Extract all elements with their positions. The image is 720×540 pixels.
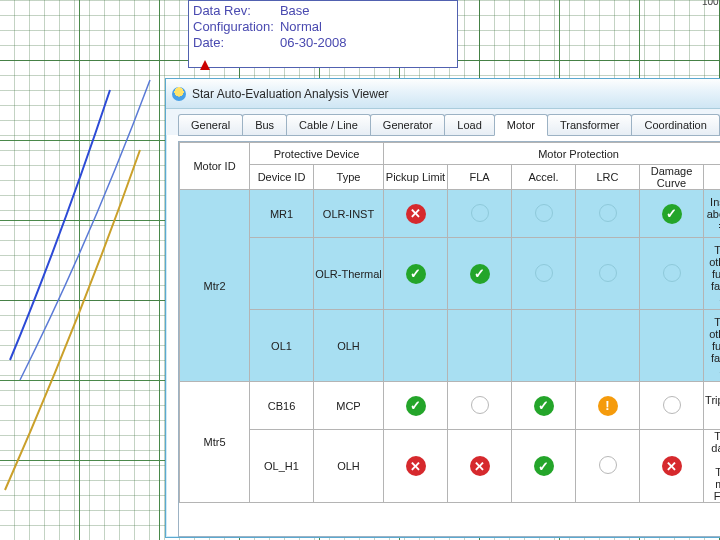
cell-motor-id: Mtr5	[180, 382, 250, 503]
tab-bus[interactable]: Bus	[242, 114, 287, 135]
cell-status	[448, 310, 512, 382]
colgroup-motor-protection[interactable]: Motor Protection	[384, 143, 721, 165]
tab-cable-line[interactable]: Cable / Line	[286, 114, 371, 135]
col-pickup[interactable]: Pickup Limit	[384, 165, 448, 190]
cell-condition: Trip curve the LRC c	[704, 382, 721, 430]
tab-coordination[interactable]: Coordination	[631, 114, 719, 135]
origin-arrow-icon	[200, 60, 210, 70]
table-row[interactable]: OL1OLHTrip curve other protec functions …	[180, 310, 721, 382]
cell-status	[576, 190, 640, 238]
colgroup-protective-device[interactable]: Protective Device	[250, 143, 384, 165]
cell-status	[512, 238, 576, 310]
cell-status: ✓	[640, 190, 704, 238]
titlebar[interactable]: Star Auto-Evaluation Analysis Viewer	[166, 79, 720, 109]
status-empty-icon	[599, 264, 617, 282]
cell-status: ✕	[384, 430, 448, 503]
cell-condition: Trip curve other protec functions o faul…	[704, 310, 721, 382]
status-empty-icon	[599, 456, 617, 474]
col-type[interactable]: Type	[314, 165, 384, 190]
cell-status	[640, 238, 704, 310]
col-condition[interactable]: Co	[704, 165, 721, 190]
cell-status	[576, 238, 640, 310]
status-empty-icon	[663, 396, 681, 414]
cell-type: OLR-Thermal	[314, 238, 384, 310]
cell-condition: Trip curve other protec functions o faul…	[704, 238, 721, 310]
tab-transformer[interactable]: Transformer	[547, 114, 633, 135]
status-empty-icon	[471, 396, 489, 414]
cell-status: ✕	[448, 430, 512, 503]
tab-general[interactable]: General	[178, 114, 243, 135]
status-ok-icon: ✓	[470, 264, 490, 284]
cell-status	[512, 310, 576, 382]
cell-status: ✓	[512, 382, 576, 430]
tab-bar: GeneralBusCable / LineGeneratorLoadMotor…	[166, 109, 720, 135]
cell-status: ✓	[448, 238, 512, 310]
col-damage[interactable]: Damage Curve	[640, 165, 704, 190]
status-bad-icon: ✕	[406, 204, 426, 224]
cell-device-id: OL_H1	[250, 430, 314, 503]
cell-type: OLH	[314, 430, 384, 503]
tab-motor[interactable]: Motor	[494, 114, 548, 136]
cell-type: OLR-INST	[314, 190, 384, 238]
status-bad-icon: ✕	[662, 456, 682, 476]
status-ok-icon: ✓	[534, 456, 554, 476]
legend-config-label: Configuration:	[193, 19, 280, 35]
tab-load[interactable]: Load	[444, 114, 494, 135]
status-ok-icon: ✓	[662, 204, 682, 224]
cell-status: ✓	[384, 382, 448, 430]
cell-status	[640, 382, 704, 430]
status-bad-icon: ✕	[470, 456, 490, 476]
axis-tick-100: 100	[702, 0, 719, 7]
legend-date-label: Date:	[193, 35, 280, 51]
cell-condition: Trip curve damage cuTripAmps max. limit …	[704, 430, 721, 503]
status-empty-icon	[535, 264, 553, 282]
results-grid[interactable]: Motor ID Protective Device Motor Protect…	[178, 141, 720, 537]
cell-device-id: CB16	[250, 382, 314, 430]
status-ok-icon: ✓	[406, 264, 426, 284]
cell-type: MCP	[314, 382, 384, 430]
cell-status	[640, 310, 704, 382]
status-empty-icon	[535, 204, 553, 222]
col-accel[interactable]: Accel.	[512, 165, 576, 190]
cell-status: ✕	[384, 190, 448, 238]
cell-type: OLH	[314, 310, 384, 382]
window-title: Star Auto-Evaluation Analysis Viewer	[192, 87, 389, 101]
col-motor-id[interactable]: Motor ID	[180, 143, 250, 190]
legend-datarev-label: Data Rev:	[193, 3, 280, 19]
cell-status: ✓	[384, 238, 448, 310]
col-lrc[interactable]: LRC	[576, 165, 640, 190]
cell-motor-id: Mtr2	[180, 190, 250, 382]
table-row[interactable]: Mtr2MR1OLR-INST✕✓Inst. Pickup above max …	[180, 190, 721, 238]
cell-status	[576, 430, 640, 503]
cell-device-id	[250, 238, 314, 310]
analysis-viewer-window: Star Auto-Evaluation Analysis Viewer Gen…	[165, 78, 720, 538]
status-ok-icon: ✓	[534, 396, 554, 416]
legend-config: Normal	[280, 19, 353, 35]
cell-status	[448, 190, 512, 238]
cell-status	[448, 382, 512, 430]
cell-status: ✓	[512, 430, 576, 503]
status-empty-icon	[599, 204, 617, 222]
cell-status	[512, 190, 576, 238]
status-bad-icon: ✕	[406, 456, 426, 476]
status-ok-icon: ✓	[406, 396, 426, 416]
legend-box: Data Rev:Base Configuration:Normal Date:…	[188, 0, 458, 68]
cell-status: !	[576, 382, 640, 430]
status-empty-icon	[471, 204, 489, 222]
legend-datarev: Base	[280, 3, 353, 19]
cell-status	[384, 310, 448, 382]
legend-date: 06-30-2008	[280, 35, 353, 51]
table-row[interactable]: Mtr5CB16MCP✓✓!Trip curve the LRC c	[180, 382, 721, 430]
table-row[interactable]: OLR-Thermal✓✓Trip curve other protec fun…	[180, 238, 721, 310]
table-row[interactable]: OL_H1OLH✕✕✓✕Trip curve damage cuTripAmps…	[180, 430, 721, 503]
cell-status	[576, 310, 640, 382]
status-warn-icon: !	[598, 396, 618, 416]
app-icon	[172, 87, 186, 101]
cell-device-id: MR1	[250, 190, 314, 238]
cell-condition: Inst. Pickup above max A = LRC x	[704, 190, 721, 238]
cell-device-id: OL1	[250, 310, 314, 382]
col-fla[interactable]: FLA	[448, 165, 512, 190]
status-empty-icon	[663, 264, 681, 282]
tab-generator[interactable]: Generator	[370, 114, 446, 135]
col-device-id[interactable]: Device ID	[250, 165, 314, 190]
